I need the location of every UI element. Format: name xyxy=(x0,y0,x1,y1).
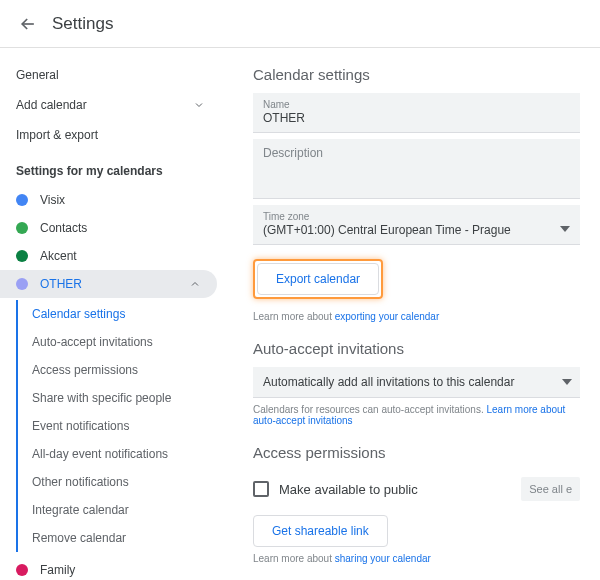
auto-accept-dropdown-value: Automatically add all invitations to thi… xyxy=(263,375,514,389)
sidebar-sub-other-notifications[interactable]: Other notifications xyxy=(18,468,225,496)
sharing-learn-more-link[interactable]: sharing your calendar xyxy=(335,553,431,564)
calendar-color-dot xyxy=(16,194,28,206)
section-title-auto-accept: Auto-accept invitations xyxy=(253,340,580,357)
name-field-label: Name xyxy=(263,99,570,110)
calendar-color-dot xyxy=(16,250,28,262)
sidebar-calendar-other[interactable]: OTHER xyxy=(0,270,217,298)
export-learn-more-link[interactable]: exporting your calendar xyxy=(335,311,440,322)
export-learn-more: Learn more about exporting your calendar xyxy=(253,311,580,322)
calendar-color-dot xyxy=(16,222,28,234)
topbar: Settings xyxy=(0,0,600,48)
sidebar-sub-integrate-calendar[interactable]: Integrate calendar xyxy=(18,496,225,524)
main-content: Calendar settings Name OTHER Description… xyxy=(225,48,600,580)
page-title: Settings xyxy=(52,14,113,34)
sidebar-sub-auto-accept[interactable]: Auto-accept invitations xyxy=(18,328,225,356)
timezone-value: (GMT+01:00) Central European Time - Prag… xyxy=(263,222,560,238)
sidebar-item-add-calendar[interactable]: Add calendar xyxy=(0,90,225,120)
sidebar-item-general[interactable]: General xyxy=(0,60,225,90)
chevron-up-icon xyxy=(189,278,201,290)
get-shareable-link-button[interactable]: Get shareable link xyxy=(253,515,388,547)
sidebar-calendar-visix[interactable]: Visix xyxy=(0,186,217,214)
auto-accept-dropdown[interactable]: Automatically add all invitations to thi… xyxy=(253,367,580,398)
export-calendar-button[interactable]: Export calendar xyxy=(257,263,379,295)
sidebar-sublist: Calendar settings Auto-accept invitation… xyxy=(16,300,225,552)
sidebar-item-import-export[interactable]: Import & export xyxy=(0,120,225,150)
public-label: Make available to public xyxy=(279,482,418,497)
dropdown-arrow-icon xyxy=(560,224,570,238)
back-button[interactable] xyxy=(12,8,44,40)
timezone-field[interactable]: Time zone (GMT+01:00) Central European T… xyxy=(253,205,580,245)
description-placeholder: Description xyxy=(263,145,570,161)
sidebar-calendar-family[interactable]: Family xyxy=(0,556,217,580)
sidebar-calendar-akcent[interactable]: Akcent xyxy=(0,242,217,270)
sidebar-heading-my-calendars: Settings for my calendars xyxy=(0,150,225,186)
name-field[interactable]: Name OTHER xyxy=(253,93,580,133)
description-field[interactable]: Description xyxy=(253,139,580,199)
public-permission-row: Make available to public See all e xyxy=(253,471,580,507)
sharing-learn-more: Learn more about sharing your calendar xyxy=(253,553,580,564)
section-title-calendar-settings: Calendar settings xyxy=(253,66,580,83)
sidebar-sub-access-permissions[interactable]: Access permissions xyxy=(18,356,225,384)
export-highlight: Export calendar xyxy=(253,259,383,299)
public-checkbox[interactable] xyxy=(253,481,269,497)
timezone-label: Time zone xyxy=(263,211,560,222)
see-all-events-dropdown[interactable]: See all e xyxy=(521,477,580,501)
sidebar-sub-event-notifications[interactable]: Event notifications xyxy=(18,412,225,440)
sidebar-sub-allday-notifications[interactable]: All-day event notifications xyxy=(18,440,225,468)
sidebar-sub-calendar-settings[interactable]: Calendar settings xyxy=(18,300,225,328)
section-title-access-permissions: Access permissions xyxy=(253,444,580,461)
sidebar: General Add calendar Import & export Set… xyxy=(0,48,225,580)
calendar-color-dot xyxy=(16,278,28,290)
name-field-value: OTHER xyxy=(263,110,570,126)
chevron-down-icon xyxy=(193,99,205,111)
auto-accept-note: Calendars for resources can auto-accept … xyxy=(253,404,580,426)
arrow-left-icon xyxy=(18,14,38,34)
sidebar-sub-share-specific[interactable]: Share with specific people xyxy=(18,384,225,412)
calendar-color-dot xyxy=(16,564,28,576)
sidebar-calendar-contacts[interactable]: Contacts xyxy=(0,214,217,242)
dropdown-arrow-icon xyxy=(562,377,572,387)
sidebar-sub-remove-calendar[interactable]: Remove calendar xyxy=(18,524,225,552)
